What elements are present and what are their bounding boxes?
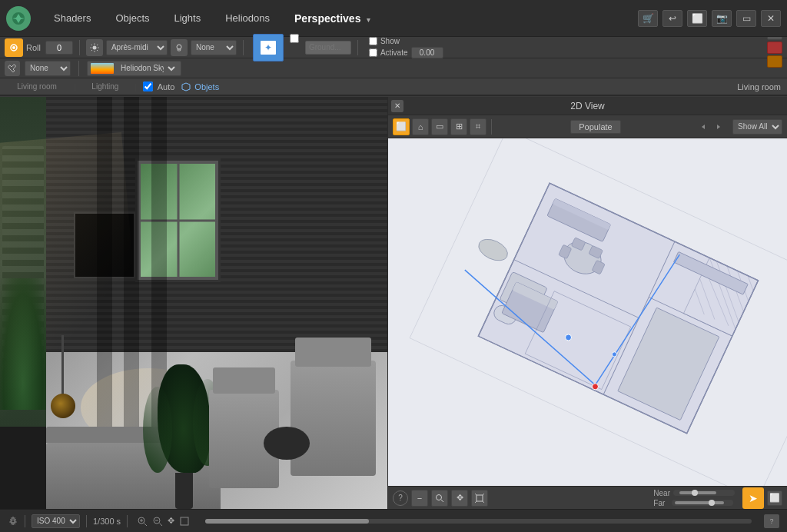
close-icon-btn[interactable]: ✕ bbox=[761, 10, 781, 27]
render-scene bbox=[0, 97, 387, 509]
render-window bbox=[135, 158, 221, 282]
svg-rect-67 bbox=[181, 517, 188, 525]
settings-icon-area bbox=[8, 516, 18, 527]
nav-arrow-btn[interactable]: ➤ bbox=[742, 487, 764, 509]
roll-input[interactable] bbox=[45, 41, 73, 55]
sky-gradient-preview bbox=[91, 63, 114, 74]
cart-icon-btn[interactable]: 🛒 bbox=[638, 10, 658, 27]
svg-line-61 bbox=[144, 523, 148, 526]
window-icon-btn[interactable]: ⬜ bbox=[687, 10, 707, 27]
right-status-btns: ? bbox=[764, 514, 779, 528]
far-slider-thumb bbox=[709, 500, 715, 506]
show-row: Show bbox=[369, 37, 443, 45]
near-slider-thumb bbox=[692, 490, 698, 496]
panel-2d: ✕ 2D View ⬜ ⌂ ▭ ⊞ ⌗ Populate Show All bbox=[387, 97, 787, 509]
objets-icon bbox=[181, 81, 191, 92]
resize-btn[interactable]: ⬜ bbox=[767, 490, 782, 506]
zoom-in-btn[interactable] bbox=[137, 516, 148, 527]
mini-btn-red[interactable] bbox=[767, 42, 782, 54]
menu-right-icons: 🛒 ↩ ⬜ 📷 ▭ ✕ bbox=[638, 10, 781, 27]
move-btn[interactable]: ✥ bbox=[451, 490, 468, 507]
auto-check-area: Auto bbox=[143, 81, 175, 91]
menu-item-perspectives[interactable]: Perspectives ▾ bbox=[284, 8, 381, 29]
sun-icon-btn[interactable] bbox=[86, 39, 103, 56]
svg-line-9 bbox=[97, 50, 98, 51]
fit-btn[interactable] bbox=[471, 490, 488, 507]
panel-2d-toolbar: ⬜ ⌂ ▭ ⊞ ⌗ Populate Show All bbox=[388, 115, 787, 138]
none-select-2[interactable]: None bbox=[25, 61, 71, 76]
heliodon-sky-select[interactable]: Heliodon Sky bbox=[116, 61, 178, 76]
showall-area: Show All bbox=[697, 119, 782, 135]
fit-tool-btn[interactable] bbox=[179, 516, 190, 527]
svg-line-55 bbox=[475, 494, 477, 495]
near-label: Near bbox=[653, 489, 670, 497]
camera-icon-btn[interactable]: 📷 bbox=[712, 10, 732, 27]
objets-label[interactable]: Objets bbox=[194, 82, 219, 91]
zoom-out-btn[interactable] bbox=[152, 516, 163, 527]
chair-back bbox=[295, 337, 372, 367]
toolbars-area: Roll Après-midi bbox=[0, 37, 787, 96]
viewport-3d[interactable] bbox=[0, 97, 387, 509]
activate-checkbox[interactable] bbox=[369, 48, 377, 57]
layout-icon-btn[interactable]: ▭ bbox=[736, 10, 756, 27]
lamp-head bbox=[51, 394, 75, 418]
svg-line-10 bbox=[97, 44, 98, 45]
show-activate-area: Show Activate bbox=[364, 35, 448, 60]
move-tool-btn[interactable]: ✥ bbox=[168, 516, 174, 526]
auto-checkbox[interactable] bbox=[143, 81, 153, 91]
app-logo[interactable] bbox=[6, 6, 31, 31]
svg-point-59 bbox=[12, 520, 15, 523]
render-table bbox=[264, 427, 310, 460]
ground-input[interactable] bbox=[305, 41, 351, 55]
mini-btn-orange[interactable] bbox=[767, 55, 782, 68]
svg-line-57 bbox=[475, 501, 477, 503]
tool-btn-grid[interactable]: ⊞ bbox=[450, 118, 467, 135]
menu-bar: Shaders Objects Lights Heliodons Perspec… bbox=[0, 0, 787, 37]
activate-value-input[interactable] bbox=[411, 47, 443, 58]
toolbar-row-2: None Heliodon Sky bbox=[0, 58, 787, 78]
camera-mode-btn[interactable] bbox=[5, 38, 23, 57]
menu-item-shaders[interactable]: Shaders bbox=[43, 8, 101, 28]
plant-leaf-left bbox=[143, 387, 172, 474]
svg-line-65 bbox=[160, 523, 163, 526]
menu-item-objects[interactable]: Objects bbox=[105, 8, 160, 28]
after-midi-select[interactable]: Après-midi bbox=[106, 40, 168, 55]
populate-btn[interactable]: Populate bbox=[570, 120, 620, 134]
menu-item-lights[interactable]: Lights bbox=[164, 8, 212, 28]
wrench-icon-btn[interactable] bbox=[5, 61, 20, 76]
activate-row: Activate bbox=[369, 47, 443, 58]
magnify-btn[interactable] bbox=[431, 490, 448, 507]
sep2 bbox=[243, 40, 244, 55]
magnify-minus-btn[interactable]: − bbox=[411, 490, 428, 507]
camera-preview-container: ✦ bbox=[250, 32, 287, 63]
help-btn[interactable]: ? bbox=[393, 490, 408, 506]
near-slider[interactable] bbox=[673, 490, 735, 496]
bulb-icon-btn[interactable] bbox=[171, 39, 188, 56]
tool-btn-camera-2d[interactable]: ▭ bbox=[431, 118, 448, 135]
floorplan-canvas[interactable] bbox=[388, 138, 787, 486]
status-btn-1[interactable]: ? bbox=[764, 514, 779, 528]
near-row: Near bbox=[653, 489, 735, 497]
iso-select[interactable]: ISO 400 bbox=[32, 514, 80, 528]
panel-close-btn[interactable]: ✕ bbox=[391, 100, 403, 112]
heliodon-sky-box: Heliodon Sky bbox=[87, 61, 181, 76]
lighting-section-label: Lighting bbox=[82, 82, 128, 91]
render-lamp bbox=[51, 335, 75, 418]
undo-icon-btn[interactable]: ↩ bbox=[662, 10, 682, 27]
status-bar: ISO 400 1/300 s ✥ bbox=[0, 509, 787, 532]
tool-btn-house[interactable]: ⌂ bbox=[412, 118, 429, 135]
menu-item-heliodons[interactable]: Heliodons bbox=[214, 8, 281, 28]
settings-icon[interactable] bbox=[8, 516, 18, 527]
none-select-1[interactable]: None bbox=[191, 40, 237, 55]
tool-btn-select[interactable]: ⬜ bbox=[393, 118, 410, 135]
roll-label: Roll bbox=[26, 43, 41, 52]
camera-checkbox[interactable] bbox=[290, 34, 299, 43]
far-slider[interactable] bbox=[672, 500, 733, 506]
svg-point-49 bbox=[592, 384, 598, 390]
show-checkbox[interactable] bbox=[369, 37, 377, 45]
show-label: Show bbox=[380, 37, 400, 45]
tool-btn-crop[interactable]: ⌗ bbox=[470, 118, 486, 135]
camera-section-label: Living room bbox=[6, 82, 68, 91]
showall-select[interactable]: Show All bbox=[732, 119, 782, 135]
perspectives-dropdown-arrow: ▾ bbox=[367, 16, 370, 24]
